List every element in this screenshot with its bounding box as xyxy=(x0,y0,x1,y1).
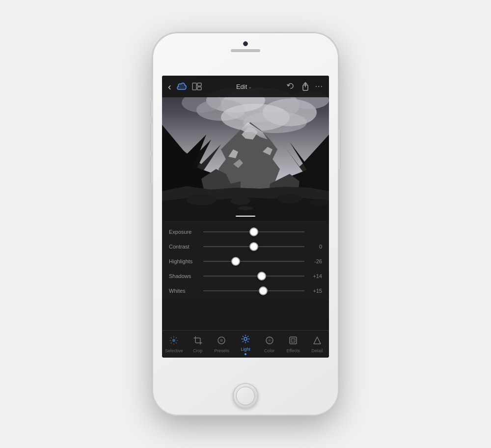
shadows-value: +14 xyxy=(308,273,322,279)
top-bar-right: ··· xyxy=(287,82,323,91)
whites-slider-row: Whites +15 xyxy=(162,283,329,298)
share-icon[interactable] xyxy=(301,82,309,91)
detail-icon xyxy=(313,336,322,347)
shadows-label: Shadows xyxy=(169,273,199,279)
edit-text: Edit xyxy=(236,83,247,90)
photo-area: ‹ E xyxy=(162,76,329,221)
color-label: Color xyxy=(264,348,275,353)
svg-point-27 xyxy=(277,194,302,203)
whites-thumb[interactable] xyxy=(259,286,268,295)
selective-icon xyxy=(169,336,178,347)
whites-label: Whites xyxy=(169,288,199,294)
highlights-slider[interactable] xyxy=(203,256,304,266)
effects-label: Effects xyxy=(286,348,300,353)
light-label: Light xyxy=(241,347,250,352)
toolbar-item-selective[interactable]: Selective xyxy=(163,336,185,353)
chevron-down-icon: ⌄ xyxy=(248,84,252,89)
contrast-label: Contrast xyxy=(169,244,199,250)
speaker xyxy=(231,49,260,52)
toolbar-item-effects[interactable]: Effects xyxy=(282,336,304,353)
svg-point-29 xyxy=(238,206,253,210)
home-button-inner xyxy=(236,387,255,405)
phone-frame: ‹ E xyxy=(152,32,339,416)
svg-point-28 xyxy=(310,199,328,206)
svg-point-25 xyxy=(187,194,216,205)
scroll-indicator xyxy=(236,216,255,217)
presets-label: Presets xyxy=(214,348,229,353)
whites-slider[interactable] xyxy=(203,286,304,296)
layout-icon[interactable] xyxy=(192,83,202,90)
front-camera xyxy=(243,41,248,46)
sliders-section: Exposure Contrast 0 Highlights xyxy=(162,221,329,300)
top-bar-left: ‹ xyxy=(168,81,202,92)
presets-icon xyxy=(217,336,226,347)
cloud-icon[interactable] xyxy=(176,83,187,90)
top-notch xyxy=(231,41,260,52)
toolbar-item-color[interactable]: Color xyxy=(259,336,280,353)
contrast-value: 0 xyxy=(308,244,322,250)
power-button xyxy=(339,130,341,169)
mute-button xyxy=(150,101,152,117)
shadows-slider-row: Shadows +14 xyxy=(162,269,329,283)
phone-screen: ‹ E xyxy=(162,76,329,358)
exposure-slider[interactable] xyxy=(203,227,304,237)
crop-label: Crop xyxy=(193,348,203,353)
shadows-thumb[interactable] xyxy=(257,272,266,280)
highlights-label: Highlights xyxy=(169,258,199,264)
highlights-value: -26 xyxy=(308,258,322,264)
exposure-label: Exposure xyxy=(169,229,199,235)
toolbar-item-detail[interactable]: Detail xyxy=(306,336,328,353)
svg-marker-41 xyxy=(314,337,321,344)
effects-icon xyxy=(289,336,298,347)
volume-down-button xyxy=(150,156,152,184)
light-icon xyxy=(241,335,250,346)
contrast-slider-row: Contrast 0 xyxy=(162,239,329,254)
color-icon xyxy=(265,336,274,347)
svg-point-37 xyxy=(244,337,247,340)
toolbar-item-presets[interactable]: Presets xyxy=(211,336,232,353)
volume-up-button xyxy=(150,123,152,151)
detail-label: Detail xyxy=(311,348,323,353)
home-button[interactable] xyxy=(233,383,258,409)
back-button[interactable]: ‹ xyxy=(168,81,171,92)
top-bar-center: Edit ⌄ xyxy=(236,83,252,90)
active-indicator xyxy=(245,353,246,355)
svg-point-34 xyxy=(172,339,175,342)
top-bar: ‹ E xyxy=(162,76,329,97)
edit-label[interactable]: Edit ⌄ xyxy=(236,83,252,90)
svg-rect-31 xyxy=(197,83,201,86)
svg-rect-30 xyxy=(192,83,196,90)
svg-rect-40 xyxy=(291,338,295,342)
selective-label: Selective xyxy=(165,348,183,353)
undo-icon[interactable] xyxy=(287,83,296,90)
shadows-slider[interactable] xyxy=(203,271,304,281)
toolbar-item-light[interactable]: Light xyxy=(235,335,256,355)
contrast-slider[interactable] xyxy=(203,242,304,252)
whites-value: +15 xyxy=(308,288,322,294)
bottom-toolbar: Selective Crop Presets xyxy=(162,330,329,358)
svg-point-26 xyxy=(231,197,250,205)
contrast-thumb[interactable] xyxy=(249,242,258,251)
highlights-thumb[interactable] xyxy=(231,257,240,266)
more-icon[interactable]: ··· xyxy=(315,82,323,91)
svg-point-36 xyxy=(220,339,223,342)
photo-image xyxy=(162,76,329,221)
svg-rect-32 xyxy=(197,87,201,90)
highlights-slider-row: Highlights -26 xyxy=(162,254,329,269)
exposure-slider-row: Exposure xyxy=(162,224,329,239)
toolbar-item-crop[interactable]: Crop xyxy=(187,336,209,353)
crop-icon xyxy=(193,336,202,347)
exposure-thumb[interactable] xyxy=(249,227,258,236)
